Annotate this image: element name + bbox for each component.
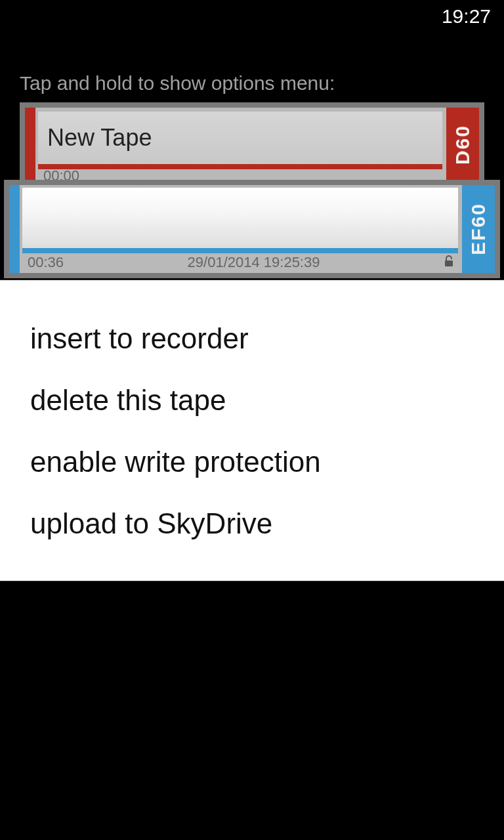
tape-type-strip: EF60 xyxy=(462,185,495,273)
tape-accent xyxy=(25,108,35,182)
tape-elapsed: 00:36 xyxy=(25,254,64,271)
unlock-icon xyxy=(444,255,457,270)
menu-insert-recorder[interactable]: insert to recorder xyxy=(0,308,504,369)
tape-timestamp: 29/01/2014 19:25:39 xyxy=(64,254,444,271)
instruction-text: Tap and hold to show options menu: xyxy=(0,33,504,102)
tape-item-selected[interactable]: 00:36 29/01/2014 19:25:39 EF60 xyxy=(4,180,500,278)
menu-delete-tape[interactable]: delete this tape xyxy=(0,369,504,431)
context-menu: insert to recorder delete this tape enab… xyxy=(0,280,504,581)
tape-accent xyxy=(9,185,20,273)
tape-type-label: EF60 xyxy=(467,203,490,255)
tape-type-label: D60 xyxy=(452,125,474,165)
menu-write-protection[interactable]: enable write protection xyxy=(0,431,504,493)
tape-label xyxy=(22,188,458,253)
tape-type-strip: D60 xyxy=(446,108,479,182)
menu-upload-skydrive[interactable]: upload to SkyDrive xyxy=(0,493,504,555)
tape-item-new[interactable]: New Tape 00:00 D60 xyxy=(20,102,484,188)
svg-rect-0 xyxy=(445,261,453,266)
tape-label: New Tape xyxy=(38,112,442,169)
status-clock: 19:27 xyxy=(442,5,491,28)
status-bar: 19:27 xyxy=(0,0,504,33)
